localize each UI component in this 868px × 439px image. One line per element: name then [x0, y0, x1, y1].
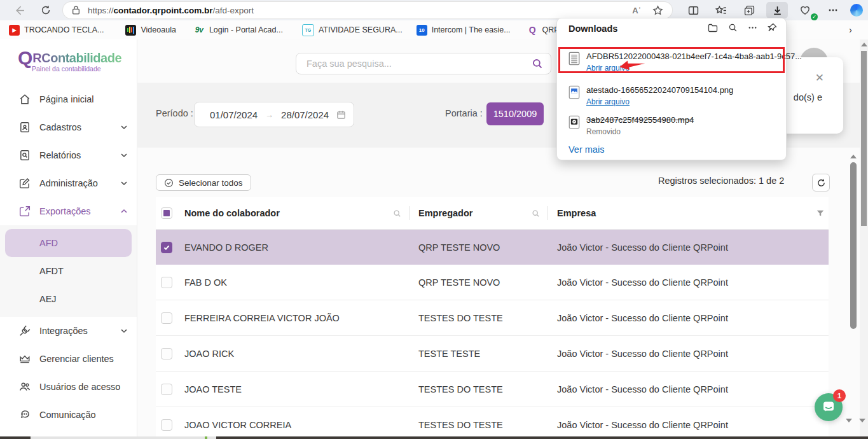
document-file-icon [568, 52, 580, 66]
logo-subtitle: Painel da contabilidade [32, 65, 121, 73]
page-scrollbar[interactable] [860, 39, 868, 439]
edit-square-icon [19, 178, 31, 189]
sidebar-item-cadastros[interactable]: Cadastros [0, 113, 137, 141]
chevron-down-icon [120, 179, 128, 187]
filter-icon[interactable] [816, 209, 825, 218]
crown-icon [19, 353, 31, 365]
favorite-star-icon[interactable] [652, 5, 663, 16]
sidebar-subitem-afd[interactable]: AFD [5, 229, 132, 257]
download-filename: AFDBR512022000438-021b4eef7-1c4a-4ba8-aa… [586, 52, 802, 61]
back-icon[interactable] [11, 3, 27, 18]
period-start-value[interactable]: 01/07/2024 [210, 109, 258, 120]
open-folder-icon[interactable] [708, 23, 718, 33]
url-bar[interactable]: https://contador.qrpoint.com.br/afd-expo… [63, 2, 672, 18]
row-checkbox[interactable] [161, 348, 172, 359]
table-row[interactable]: FERREIRA CORREIA VICTOR JOÃO TESTES DO T… [156, 300, 829, 336]
inner-scroll-down-arrow[interactable] [846, 419, 852, 422]
page-scrollbar-thumb[interactable] [861, 51, 867, 226]
search-icon[interactable] [532, 58, 543, 69]
bookmark-item[interactable]: 9v Login - Portal Acad... [194, 25, 283, 36]
table-refresh-button[interactable] [812, 174, 830, 192]
plug-icon [19, 325, 31, 337]
table-row[interactable]: EVANDO D ROGER QRP TESTE NOVO João Victo… [156, 230, 829, 265]
pin-icon[interactable] [768, 23, 777, 33]
collaborators-table: Nome do colaborador Empregador Empresa [156, 197, 829, 439]
read-aloud-icon[interactable]: Aʾ [632, 6, 641, 15]
column-search-icon[interactable] [393, 209, 401, 218]
open-file-link[interactable]: Abrir arquivo [586, 97, 630, 106]
settings-more-icon[interactable] [822, 2, 844, 18]
sidebar-item-exportacoes[interactable]: Exportações [0, 197, 137, 225]
row-checkbox[interactable] [161, 384, 172, 395]
copilot-icon[interactable] [850, 4, 863, 17]
selected-records-info: Registros selecionados: 1 de 2 [658, 176, 784, 186]
download-filename-removed: 3ab2487c25f492554980.mp4 [586, 115, 694, 125]
sidebar-item-integracoes[interactable]: Integrações [0, 317, 137, 345]
table-row[interactable]: JOAO VICTOR CORREIA TESTES DO TESTE João… [156, 407, 829, 439]
bookmark-item[interactable]: TG ATIVIDADE SEGURA... [302, 24, 403, 36]
row-checkbox[interactable] [161, 419, 172, 431]
bookmarks-overflow-chevron[interactable]: › [849, 24, 852, 35]
sidebar-subitem-afdt[interactable]: AFDT [0, 257, 137, 285]
collections-icon[interactable] [738, 2, 760, 18]
column-header-company[interactable]: Empresa [557, 208, 596, 218]
close-icon[interactable]: ✕ [815, 71, 824, 85]
row-checkbox-checked[interactable] [161, 242, 172, 253]
sidebar-item-relatorios[interactable]: Relatórios [0, 141, 137, 169]
portaria-1510-button[interactable]: 1510/2009 [486, 102, 544, 125]
more-options-icon[interactable] [748, 23, 757, 33]
column-header-employer[interactable]: Empregador [418, 208, 472, 218]
column-header-name[interactable]: Nome do colaborador [184, 208, 280, 218]
toast-text-fragment: do(s) e [794, 92, 822, 102]
bookmark-item[interactable]: ▶ TROCANDO TECLA... [9, 25, 104, 36]
select-all-button[interactable]: Selecionar todos [156, 174, 251, 191]
scroll-down-arrow[interactable] [859, 419, 865, 422]
arrow-right-icon: → [265, 110, 273, 120]
sidebar-item-gerenciar-clientes[interactable]: Gerenciar clientes [0, 345, 137, 373]
date-range-picker[interactable]: 01/07/2024 → 28/07/2024 [194, 102, 354, 127]
sidebar-item-administracao[interactable]: Administração [0, 169, 137, 197]
barchart-icon [125, 25, 136, 36]
search-input[interactable] [305, 58, 532, 69]
downloads-toolbar-icon[interactable] [766, 2, 788, 18]
row-checkbox[interactable] [161, 277, 172, 288]
extension-icon[interactable]: ✓ [794, 2, 816, 18]
intercom-chat-button[interactable]: 1 [815, 393, 843, 421]
download-item[interactable]: 3ab2487c25f492554980.mp4 Removido [568, 114, 694, 137]
sidebar: QRContabilidade Painel da contabilidade … [0, 39, 137, 439]
global-search[interactable] [296, 53, 551, 74]
inner-scrollbar-thumb[interactable] [850, 162, 857, 329]
table-row[interactable]: JOAO TESTE TESTES DO TESTE João Victor -… [156, 372, 829, 407]
calendar-icon[interactable] [336, 110, 346, 120]
bookmark-item[interactable]: 10 Intercom | The easie... [417, 25, 511, 36]
gv-logo-icon: 9v [194, 25, 205, 36]
logo-q-mark: Q [18, 50, 32, 66]
column-search-icon[interactable] [532, 209, 540, 218]
chat-bubbles-icon [19, 409, 31, 421]
scroll-up-arrow[interactable] [861, 43, 867, 46]
intercom-bookmark-icon: 10 [417, 25, 427, 36]
bookmark-item[interactable]: Videoaula [125, 25, 176, 36]
lock-icon [72, 6, 80, 15]
screen: https://contador.qrpoint.com.br/afd-expo… [0, 0, 868, 439]
sidebar-subitem-aej[interactable]: AEJ [0, 285, 137, 313]
table-row[interactable]: JOAO RICK TESTE TESTE João Victor - Suce… [156, 336, 829, 372]
see-more-link[interactable]: Ver mais [568, 144, 604, 155]
inner-scroll-up-arrow[interactable] [850, 155, 857, 158]
table-header-row: Nome do colaborador Empregador Empresa [156, 197, 829, 230]
sidebar-item-pagina-inicial[interactable]: Página inicial [0, 85, 137, 113]
select-all-checkbox[interactable] [161, 207, 172, 219]
app-logo: QRContabilidade Painel da contabilidade [18, 50, 121, 73]
sidebar-item-comunicacao[interactable]: Comunicação [0, 401, 137, 429]
sidebar-item-usuarios-de-acesso[interactable]: Usuários de acesso [0, 373, 137, 401]
download-item[interactable]: atestado-166565220240709154104.png Abrir… [568, 84, 733, 107]
split-screen-icon[interactable] [682, 2, 704, 18]
period-end-value[interactable]: 28/07/2024 [281, 109, 329, 120]
row-checkbox[interactable] [161, 312, 172, 324]
table-row[interactable]: FAB D OK QRP TESTE NOVO João Victor - Su… [156, 265, 829, 300]
tg-circle-icon: TG [302, 24, 314, 36]
refresh-icon[interactable] [38, 3, 53, 18]
download-item[interactable]: AFDBR512022000438-021b4eef7-1c4a-4ba8-aa… [568, 50, 802, 73]
favorites-list-icon[interactable] [710, 2, 732, 18]
search-downloads-icon[interactable] [728, 23, 738, 33]
